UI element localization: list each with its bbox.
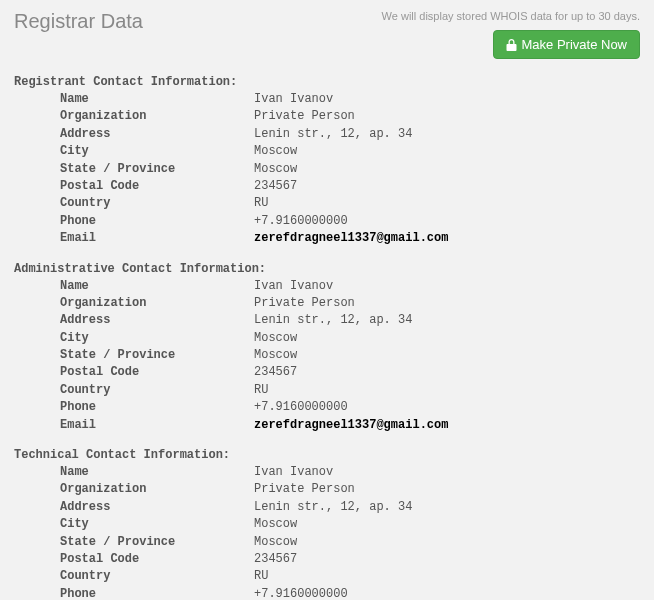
field-label: Organization [14, 481, 254, 498]
field-label: Email [14, 230, 254, 247]
field-label: Name [14, 464, 254, 481]
field-value: Lenin str., 12, ap. 34 [254, 126, 412, 143]
field-label: Phone [14, 586, 254, 600]
field-value: Lenin str., 12, ap. 34 [254, 312, 412, 329]
field-row: Phone+7.9160000000 [14, 586, 640, 600]
field-label: State / Province [14, 161, 254, 178]
field-label: Address [14, 126, 254, 143]
field-label: State / Province [14, 534, 254, 551]
field-value: Moscow [254, 347, 297, 364]
field-row: NameIvan Ivanov [14, 278, 640, 295]
field-row: Postal Code234567 [14, 364, 640, 381]
section-title: Administrative Contact Information: [14, 262, 640, 276]
field-label: Country [14, 382, 254, 399]
field-label: Address [14, 312, 254, 329]
field-label: Phone [14, 213, 254, 230]
field-row: Emailzerefdragneel1337@gmail.com [14, 417, 640, 434]
field-row: Emailzerefdragneel1337@gmail.com [14, 230, 640, 247]
header: Registrar Data We will display stored WH… [0, 0, 654, 59]
section-gap [14, 248, 640, 262]
field-value: 234567 [254, 364, 297, 381]
field-row: OrganizationPrivate Person [14, 481, 640, 498]
field-value: Lenin str., 12, ap. 34 [254, 499, 412, 516]
field-label: City [14, 330, 254, 347]
field-row: CityMoscow [14, 143, 640, 160]
field-row: NameIvan Ivanov [14, 464, 640, 481]
field-value: Ivan Ivanov [254, 278, 333, 295]
field-label: Name [14, 278, 254, 295]
field-value: Private Person [254, 481, 355, 498]
field-value: Moscow [254, 330, 297, 347]
section-title: Registrant Contact Information: [14, 75, 640, 89]
field-label: Organization [14, 108, 254, 125]
field-label: City [14, 516, 254, 533]
field-value: 234567 [254, 178, 297, 195]
lock-icon [506, 39, 517, 51]
field-value: Private Person [254, 108, 355, 125]
section-gap [14, 434, 640, 448]
field-row: CountryRU [14, 568, 640, 585]
header-right: We will display stored WHOIS data for up… [382, 10, 640, 59]
page-title: Registrar Data [14, 10, 143, 33]
field-label: City [14, 143, 254, 160]
field-value: RU [254, 195, 268, 212]
field-value: Moscow [254, 534, 297, 551]
field-label: Address [14, 499, 254, 516]
field-value: RU [254, 382, 268, 399]
field-row: State / ProvinceMoscow [14, 161, 640, 178]
field-row: CountryRU [14, 195, 640, 212]
field-value: +7.9160000000 [254, 399, 348, 416]
section-title: Technical Contact Information: [14, 448, 640, 462]
field-row: Phone+7.9160000000 [14, 213, 640, 230]
field-row: State / ProvinceMoscow [14, 534, 640, 551]
field-value: 234567 [254, 551, 297, 568]
field-label: Country [14, 568, 254, 585]
field-value: +7.9160000000 [254, 586, 348, 600]
field-row: AddressLenin str., 12, ap. 34 [14, 499, 640, 516]
make-private-label: Make Private Now [522, 37, 627, 52]
field-row: CityMoscow [14, 330, 640, 347]
field-label: Postal Code [14, 178, 254, 195]
field-value: Moscow [254, 161, 297, 178]
field-value: +7.9160000000 [254, 213, 348, 230]
field-row: Postal Code234567 [14, 551, 640, 568]
field-value: Moscow [254, 143, 297, 160]
field-value: Private Person [254, 295, 355, 312]
field-label: State / Province [14, 347, 254, 364]
field-row: State / ProvinceMoscow [14, 347, 640, 364]
field-label: Postal Code [14, 364, 254, 381]
field-value: Ivan Ivanov [254, 91, 333, 108]
field-row: CountryRU [14, 382, 640, 399]
field-label: Country [14, 195, 254, 212]
field-row: Phone+7.9160000000 [14, 399, 640, 416]
disclaimer-text: We will display stored WHOIS data for up… [382, 10, 640, 22]
field-row: OrganizationPrivate Person [14, 108, 640, 125]
whois-content: Registrant Contact Information:NameIvan … [0, 59, 654, 600]
field-value-email: zerefdragneel1337@gmail.com [254, 230, 448, 247]
field-value-email: zerefdragneel1337@gmail.com [254, 417, 448, 434]
field-row: CityMoscow [14, 516, 640, 533]
field-label: Phone [14, 399, 254, 416]
field-label: Name [14, 91, 254, 108]
field-label: Email [14, 417, 254, 434]
field-row: AddressLenin str., 12, ap. 34 [14, 312, 640, 329]
field-row: AddressLenin str., 12, ap. 34 [14, 126, 640, 143]
field-label: Organization [14, 295, 254, 312]
field-label: Postal Code [14, 551, 254, 568]
make-private-button[interactable]: Make Private Now [493, 30, 640, 59]
field-value: Ivan Ivanov [254, 464, 333, 481]
field-row: OrganizationPrivate Person [14, 295, 640, 312]
field-row: NameIvan Ivanov [14, 91, 640, 108]
field-value: RU [254, 568, 268, 585]
field-row: Postal Code234567 [14, 178, 640, 195]
field-value: Moscow [254, 516, 297, 533]
